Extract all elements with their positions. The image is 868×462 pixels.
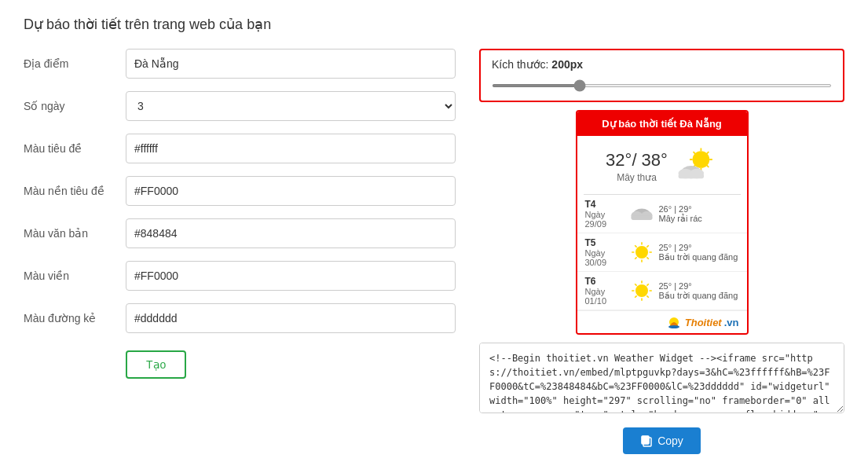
border-color-input[interactable] [126, 261, 456, 291]
location-label: Địa điểm [24, 57, 126, 70]
svg-line-32 [646, 295, 648, 297]
location-row: Địa điểm [24, 49, 456, 79]
line-color-label: Màu đường kẻ [24, 312, 126, 324]
size-slider[interactable] [492, 84, 832, 87]
day2-desc: Bầu trời quang đãng [659, 291, 738, 301]
border-color-label: Màu viền [24, 270, 126, 282]
svg-point-36 [668, 325, 679, 328]
widget-footer: Thoitiet.vn [577, 310, 747, 333]
svg-rect-16 [631, 215, 652, 220]
day2-weather-icon [629, 278, 654, 303]
line-color-row: Màu đường kẻ [24, 303, 456, 333]
copy-button[interactable]: Copy [623, 427, 701, 454]
day1-desc: Bầu trời quang đãng [659, 252, 738, 262]
svg-line-5 [693, 152, 695, 154]
svg-line-34 [635, 295, 636, 297]
code-textarea[interactable]: <!--Begin thoitiet.vn Weather Widget -->… [479, 343, 844, 413]
days-row: Số ngày 1 2 3 4 5 6 7 [24, 91, 456, 121]
footer-domain-text: .vn [724, 317, 739, 328]
day0-desc: Mây rải rác [659, 214, 702, 224]
day1-date: Ngày 30/09 [585, 248, 624, 267]
days-select[interactable]: 1 2 3 4 5 6 7 [126, 91, 456, 121]
day2-name: T6 [585, 276, 624, 287]
day0-temp: 26° | 29° [659, 204, 702, 214]
widget-today-desc: Mây thưa [606, 172, 668, 183]
widget-today-info: 32°/ 38° Mây thưa [606, 150, 668, 183]
text-color-label: Màu văn bản [24, 227, 126, 240]
svg-line-25 [635, 257, 636, 258]
location-input[interactable] [126, 49, 456, 79]
copy-label: Copy [657, 434, 683, 447]
header-bg-color-label: Màu nền tiêu đề [24, 185, 126, 197]
submit-row: Tạo [24, 346, 456, 379]
copy-row: Copy [479, 427, 844, 454]
widget-today: 32°/ 38° Mây thưa [577, 136, 747, 194]
widget-today-temp: 32°/ 38° [606, 150, 668, 170]
size-section: Kích thước: 200px [479, 49, 844, 102]
widget-day-row-0: T4 Ngày 29/09 26° | 29° Mây rải rác [577, 195, 747, 233]
tao-button[interactable]: Tạo [126, 350, 186, 379]
widget-header: Dự báo thời tiết Đà Nẵng [577, 112, 747, 136]
svg-line-31 [635, 284, 636, 285]
svg-point-26 [635, 284, 648, 297]
svg-line-7 [706, 152, 709, 154]
thoitiet-logo-icon [665, 316, 683, 328]
line-color-input[interactable] [126, 303, 456, 333]
size-value: 200px [551, 58, 583, 71]
today-weather-icon [676, 145, 718, 188]
header-bg-color-row: Màu nền tiêu đề [24, 176, 456, 206]
text-color-row: Màu văn bản [24, 218, 456, 248]
widget-preview: Dự báo thời tiết Đà Nẵng 32°/ 38° Mây th… [576, 110, 749, 335]
day0-name: T4 [585, 199, 624, 210]
day1-temp: 25° | 29° [659, 243, 738, 252]
border-color-row: Màu viền [24, 261, 456, 291]
header-color-row: Màu tiêu đề [24, 134, 456, 163]
right-panel: Kích thước: 200px Dự báo thời tiết Đà Nẵ… [479, 49, 844, 454]
day1-name: T5 [585, 237, 624, 248]
svg-line-6 [706, 165, 709, 167]
header-color-label: Màu tiêu đề [24, 142, 126, 155]
size-label: Kích thước: 200px [492, 58, 832, 71]
svg-point-17 [635, 246, 648, 258]
day0-weather-icon [629, 201, 654, 226]
form-panel: Địa điểm Số ngày 1 2 3 4 5 6 7 Màu tiêu … [24, 49, 456, 391]
text-color-input[interactable] [126, 218, 456, 248]
header-bg-color-input[interactable] [126, 176, 456, 206]
svg-rect-38 [642, 436, 649, 444]
svg-line-24 [646, 245, 648, 247]
header-color-input[interactable] [126, 134, 456, 163]
svg-line-23 [646, 257, 648, 258]
page-title: Dự báo thời tiết trên trang web của bạn [24, 16, 844, 33]
footer-logo-text: Thoitiet [685, 317, 722, 328]
svg-line-22 [635, 245, 636, 247]
widget-day-row-1: T5 Ngày 30/09 [577, 233, 747, 272]
days-label: Số ngày [24, 100, 126, 112]
slider-container [492, 77, 832, 90]
svg-line-33 [646, 284, 648, 285]
widget-footer-logo: Thoitiet.vn [665, 316, 739, 328]
widget-day-row-2: T6 Ngày 01/10 [577, 272, 747, 310]
copy-icon [640, 434, 653, 447]
svg-rect-12 [678, 174, 703, 178]
day1-weather-icon [629, 240, 654, 265]
day2-date: Ngày 01/10 [585, 287, 624, 306]
day2-temp: 25° | 29° [659, 281, 738, 291]
day0-date: Ngày 29/09 [585, 210, 624, 229]
